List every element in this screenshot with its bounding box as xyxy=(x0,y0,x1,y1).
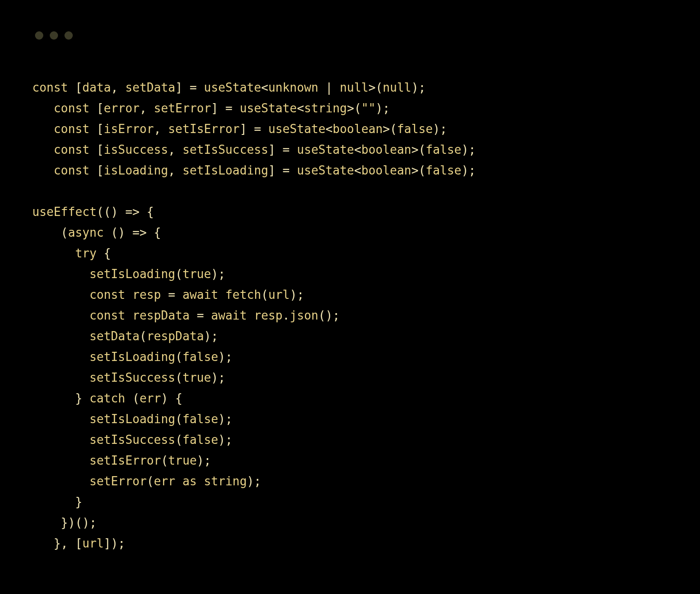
code-block[interactable]: const [data, setData] = useState<unknown… xyxy=(32,77,476,554)
code-window: const [data, setData] = useState<unknown… xyxy=(0,0,700,594)
window-controls xyxy=(35,31,73,40)
minimize-button[interactable] xyxy=(50,31,58,40)
zoom-button[interactable] xyxy=(64,31,73,40)
close-button[interactable] xyxy=(35,31,43,40)
